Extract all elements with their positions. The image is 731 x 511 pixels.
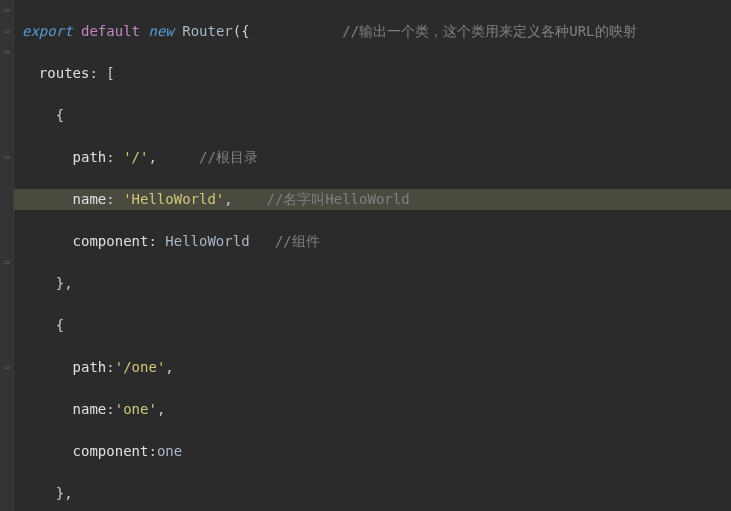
code-line: component: HelloWorld //组件 (18, 231, 731, 252)
code-line: { (18, 315, 731, 336)
prop-path: path (73, 149, 107, 165)
code-line: component:one (18, 441, 731, 462)
prop-name: name (73, 401, 107, 417)
keyword-export: export (22, 23, 73, 39)
punct: ({ (233, 23, 250, 39)
code-editor[interactable]: export default new Router({ //输出一个类，这个类用… (14, 0, 731, 511)
colon: : (148, 233, 165, 249)
string-value: '/one' (115, 359, 166, 375)
punct: : [ (89, 65, 114, 81)
code-line: path: '/', //根目录 (18, 147, 731, 168)
string-value: 'one' (115, 401, 157, 417)
colon: : (106, 149, 123, 165)
comma: , (157, 401, 165, 417)
identifier: HelloWorld (165, 233, 249, 249)
fold-icon[interactable]: ▭ (1, 25, 13, 37)
colon: : (106, 359, 114, 375)
fold-icon[interactable]: ▭ (1, 4, 13, 16)
fold-icon[interactable]: ▭ (1, 361, 13, 373)
code-line: { (18, 105, 731, 126)
comma: , (224, 191, 232, 207)
prop-name: name (73, 191, 107, 207)
brace-close: }, (56, 275, 73, 291)
fold-icon[interactable]: ▭ (1, 46, 13, 58)
code-line-active: name: 'HelloWorld', //名字叫HelloWorld (14, 189, 731, 210)
code-line: }, (18, 483, 731, 504)
comment: //根目录 (199, 149, 258, 165)
prop-component: component (73, 443, 149, 459)
comma: , (148, 149, 156, 165)
brace-open: { (56, 317, 64, 333)
keyword-new: new (148, 23, 173, 39)
code-line: routes: [ (18, 63, 731, 84)
brace-close: }, (56, 485, 73, 501)
keyword-default: default (81, 23, 140, 39)
prop-path: path (73, 359, 107, 375)
class-name: Router (182, 23, 233, 39)
string-value: '/' (123, 149, 148, 165)
fold-icon[interactable]: ▭ (1, 151, 13, 163)
comment: //名字叫HelloWorld (266, 191, 409, 207)
colon: : (106, 401, 114, 417)
colon: : (106, 191, 123, 207)
string-value: 'HelloWorld' (123, 191, 224, 207)
prop-routes: routes (39, 65, 90, 81)
comment: //组件 (275, 233, 320, 249)
comma: , (165, 359, 173, 375)
brace-open: { (56, 107, 64, 123)
comment: //输出一个类，这个类用来定义各种URL的映射 (342, 23, 636, 39)
colon: : (148, 443, 156, 459)
fold-icon[interactable]: ▭ (1, 256, 13, 268)
code-line: name:'one', (18, 399, 731, 420)
identifier: one (157, 443, 182, 459)
code-line: export default new Router({ //输出一个类，这个类用… (18, 21, 731, 42)
code-line: path:'/one', (18, 357, 731, 378)
prop-component: component (73, 233, 149, 249)
gutter: ▭ ▭ ▭ ▭ ▭ ▭ (0, 0, 14, 511)
code-line: }, (18, 273, 731, 294)
